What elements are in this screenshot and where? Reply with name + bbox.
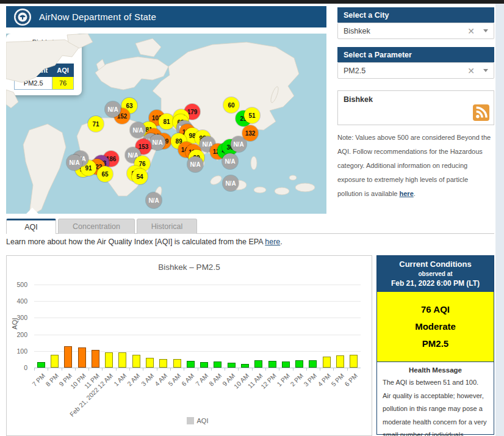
clear-parameter-icon[interactable]: ✕ xyxy=(467,66,475,76)
x-tick-label: 7 AM xyxy=(194,372,209,387)
parameter-selector-widget: Select a Parameter PM2.5 ✕ xyxy=(337,47,494,79)
parameter-select-value: PM2.5 xyxy=(344,67,467,75)
x-tick-mark xyxy=(116,368,117,371)
map-marker-na[interactable]: N/A xyxy=(149,134,165,150)
map-marker-65[interactable]: 65 xyxy=(97,166,113,182)
dos-seal-icon xyxy=(13,8,32,26)
bar-6-am[interactable] xyxy=(187,361,195,368)
chevron-down-icon[interactable] xyxy=(483,29,488,32)
bar-9-am[interactable] xyxy=(228,363,236,368)
bar-11-am[interactable] xyxy=(254,360,262,368)
x-tick-label: 3 PM xyxy=(303,372,319,388)
map-marker-na[interactable]: N/A xyxy=(223,175,239,191)
bar-5-pm[interactable] xyxy=(336,355,344,368)
x-tick-mark xyxy=(198,368,198,371)
bar-2-am[interactable] xyxy=(132,355,140,368)
map-marker-na[interactable]: N/A xyxy=(222,153,238,169)
observed-datetime: Feb 21, 2022 6:00 PM (LT) xyxy=(380,279,491,288)
bar-4-pm[interactable] xyxy=(323,357,331,368)
learn-more-here-link[interactable]: here xyxy=(265,238,280,246)
current-conditions-panel: Current Conditions observed at Feb 21, 2… xyxy=(376,255,494,435)
map-marker-54[interactable]: 54 xyxy=(132,169,148,184)
world-aqi-map[interactable]: 63152N/A711038181N/A124109N/AN/A153N/A18… xyxy=(6,34,326,214)
tab-aqi[interactable]: AQI xyxy=(6,219,56,234)
bar-11-pm[interactable] xyxy=(92,350,99,368)
city-select[interactable]: Bishkek ✕ xyxy=(337,23,494,39)
y-tick-300: 300 xyxy=(9,314,27,321)
app-title: AirNow Department of State xyxy=(39,12,156,22)
bar-3-am[interactable] xyxy=(146,358,154,368)
observed-at-label: observed at xyxy=(380,271,491,277)
x-tick-mark xyxy=(238,368,239,371)
airnow-dos-page: AirNow Department of State xyxy=(0,0,504,436)
x-tick-mark xyxy=(48,368,48,371)
x-tick-label: 6 AM xyxy=(180,372,195,387)
map-marker-na[interactable]: N/A xyxy=(130,122,146,138)
x-tick-label: 1 PM xyxy=(275,372,291,388)
rss-icon[interactable] xyxy=(473,104,489,121)
bar-8-am[interactable] xyxy=(214,362,221,368)
current-conditions-header: Current Conditions observed at Feb 21, 2… xyxy=(377,256,494,292)
tab-concentration[interactable]: Concentration xyxy=(58,219,135,234)
bar-6-pm[interactable] xyxy=(350,355,358,368)
map-marker-132[interactable]: 132 xyxy=(242,125,258,141)
health-message-title: Health Message xyxy=(383,366,488,374)
x-tick-label: 4 PM xyxy=(316,372,332,388)
bar-10-am[interactable] xyxy=(241,364,249,368)
app-header: AirNow Department of State xyxy=(6,6,326,27)
current-aqi-category: Moderate xyxy=(380,318,491,335)
map-marker-na[interactable]: N/A xyxy=(67,154,82,170)
y-tick-100: 100 xyxy=(9,347,27,355)
bar-8-pm[interactable] xyxy=(51,355,59,368)
y-tick-0: 0 xyxy=(9,364,27,371)
bar-4-am[interactable] xyxy=(159,359,167,368)
x-tick-mark xyxy=(265,368,266,371)
map-marker-na[interactable]: N/A xyxy=(187,156,203,172)
map-marker-51[interactable]: 51 xyxy=(244,107,260,123)
bar-5-am[interactable] xyxy=(173,359,181,368)
x-tick-mark xyxy=(279,368,279,371)
chevron-down-icon[interactable] xyxy=(483,69,488,72)
bar-7-pm[interactable] xyxy=(37,362,45,368)
x-tick-mark xyxy=(34,368,35,371)
learn-more-text: Learn more about how the Air Quality Ind… xyxy=(6,238,372,246)
map-marker-60[interactable]: 60 xyxy=(223,97,239,113)
legend-swatch xyxy=(187,417,194,424)
page-right-margin xyxy=(495,4,504,436)
bar-1-am[interactable] xyxy=(118,352,126,368)
map-marker-layer: 63152N/A711038181N/A124109N/AN/A153N/A18… xyxy=(6,34,326,214)
bar-7-am[interactable] xyxy=(200,362,208,368)
bar-9-pm[interactable] xyxy=(64,346,72,368)
gridline-500 xyxy=(34,285,361,285)
bar-10-pm[interactable] xyxy=(78,347,86,368)
x-tick-label: 5 PM xyxy=(329,372,345,388)
bar-1-pm[interactable] xyxy=(282,362,290,368)
map-marker-71[interactable]: 71 xyxy=(88,116,104,132)
health-message-section: Health Message The AQI is between 51 and… xyxy=(377,362,494,436)
map-marker-na[interactable]: N/A xyxy=(105,101,121,117)
legend-label: AQI xyxy=(197,417,209,424)
rss-feed-title: Bishkek xyxy=(344,95,488,104)
x-tick-mark xyxy=(347,368,348,371)
x-tick-label: 10 PM xyxy=(69,372,87,390)
map-marker-na[interactable]: N/A xyxy=(146,192,162,208)
beyond-aqi-note: Note: Values above 500 are considered Be… xyxy=(337,131,495,201)
x-tick-mark xyxy=(211,368,212,371)
x-tick-mark xyxy=(143,368,143,371)
parameter-select[interactable]: PM2.5 ✕ xyxy=(337,62,494,79)
bar-feb-21-2022-12-am[interactable] xyxy=(105,352,113,368)
bar-2-pm[interactable] xyxy=(295,360,303,368)
bar-3-pm[interactable] xyxy=(309,360,317,368)
x-tick-mark xyxy=(75,368,76,371)
x-tick-mark xyxy=(252,368,253,371)
x-tick-label: 5 AM xyxy=(167,372,182,387)
clear-city-icon[interactable]: ✕ xyxy=(467,26,475,36)
x-tick-label: 6 PM xyxy=(344,372,359,388)
tab-historical[interactable]: Historical xyxy=(137,219,197,234)
chart-legend: AQI xyxy=(34,417,361,424)
x-tick-mark xyxy=(184,368,184,371)
bar-12-pm[interactable] xyxy=(268,361,276,368)
x-tick-mark xyxy=(157,368,157,371)
note-here-link[interactable]: here xyxy=(400,190,414,197)
learn-more-body: Learn more about how the Air Quality Ind… xyxy=(6,238,265,246)
